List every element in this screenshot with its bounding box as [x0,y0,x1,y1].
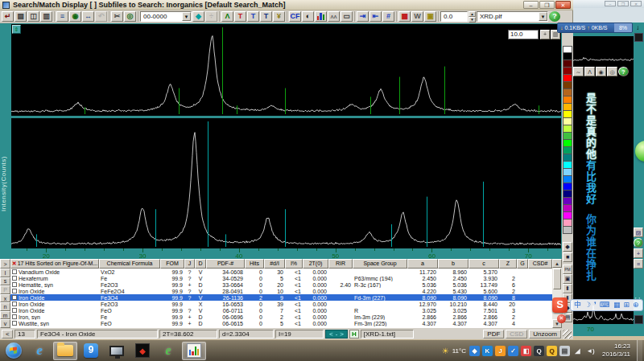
palette-swatch[interactable] [563,176,572,183]
grid-toggle-button[interactable]: # [382,11,394,22]
column-header-16[interactable]: G [517,259,528,269]
palette-swatch[interactable] [563,205,572,212]
undo-button[interactable]: ↶ [95,11,107,22]
background-tool-button-3[interactable]: ◎ [607,67,617,76]
scrollbar-thumb[interactable] [553,269,561,289]
taskbar-explorer-icon[interactable] [53,342,77,360]
marker-diamond-button[interactable]: ◆ [563,242,572,252]
row-checkbox[interactable] [12,302,17,306]
red-blue-app-icon[interactable]: ◧ [521,346,531,356]
palette-swatch[interactable] [563,75,572,82]
black-square-button[interactable] [634,33,643,42]
diamond-marker-button[interactable]: ◆ [192,11,204,22]
column-header-12[interactable]: a [407,259,438,269]
background-tool-button-0[interactable]: ∼ [573,67,584,76]
profile-fit-button[interactable]: ΛΛ [328,11,340,22]
bottom-pattern-chart[interactable] [11,118,561,248]
background-tool-button-2[interactable]: ◉ [596,67,606,76]
pdf-button[interactable]: PDF [483,330,504,338]
edge-button-0[interactable]: ▨ [634,228,643,237]
table-row[interactable]: Iron, synFe99.9+D06-069602<10.000Im-3m (… [10,314,552,320]
edge-button-1[interactable]: ? [634,238,643,248]
cut-threshold-button[interactable]: ✂ [111,11,123,22]
table-row[interactable]: HexaferrumFe99.9?V34-052905<10.000P63/mm… [10,275,552,281]
strip-tool-button-0[interactable]: PM [563,265,572,274]
taskbar-clock[interactable]: 16:23 2016/3/11 [602,343,630,359]
palette-swatch[interactable] [563,125,572,133]
palette-swatch[interactable] [563,162,572,169]
taskbar-jade-icon[interactable] [182,342,206,360]
palette-swatch[interactable] [563,133,572,140]
row-checkbox[interactable] [12,289,17,293]
threshold-input[interactable]: 0.0 [440,11,468,22]
column-header-10[interactable]: RIR [328,259,353,269]
help-button[interactable]: ? [549,11,560,22]
table-side-button->[interactable]: > [0,259,10,269]
table-side-button-v[interactable]: v [0,319,10,328]
background-tool-button-1[interactable]: Λ [584,67,595,76]
palette-swatch[interactable] [563,154,572,162]
transfer-button[interactable]: ↔ [82,11,94,22]
ime-icon-2[interactable]: ❜ [594,300,597,310]
ime-icon-4[interactable]: ▦ [613,300,621,310]
spin-down-icon[interactable]: ▾ [469,17,476,23]
minimize-button[interactable]: – [523,1,539,9]
palette-swatch[interactable] [563,227,572,234]
scroll-down-arrow-icon[interactable]: ↓ [636,24,639,31]
taskbar-360-browser-icon[interactable]: e [156,342,180,360]
strip-tool-button-2[interactable]: ⬍ [563,284,572,293]
back-button[interactable]: < [2,330,13,338]
maximize-button[interactable]: ❐ [539,1,555,9]
table-side-button-x[interactable]: x [0,294,10,303]
threshold-spinner[interactable]: ▴ ▾ [469,11,476,22]
palette-swatch[interactable] [563,219,572,227]
palette-swatch[interactable] [563,89,572,96]
column-header-14[interactable]: c [469,259,499,269]
spin-up-icon[interactable]: ▴ [469,11,476,17]
chevron-down-icon[interactable]: ▼ [539,12,547,21]
align-last-button[interactable]: ⇤ [369,11,382,22]
file-combo[interactable]: XRD.plf ▼ [477,11,548,22]
contrast-button[interactable]: ◐ [302,11,314,22]
column-header-17[interactable]: CSD# [528,259,552,269]
row-checkbox[interactable] [12,308,17,313]
maximize-button[interactable]: ❐ [617,1,629,6]
palette-swatch[interactable] [563,96,572,104]
palette-swatch[interactable] [563,118,572,125]
table-row[interactable]: Iron OxideFe3O499.9?V26-113629<10.000Fd-… [10,294,552,301]
palette-swatch[interactable] [563,46,572,53]
edge-button-2[interactable]: + [634,248,643,258]
palette-swatch[interactable] [563,104,572,111]
palette-swatch[interactable] [563,147,572,154]
taskbar-ie-icon[interactable]: e [27,342,52,360]
column-header-6[interactable]: Hits [245,259,264,269]
csd-button[interactable]: CSD [506,330,527,338]
table-side-button-m[interactable]: m [0,311,10,320]
table-row[interactable]: Iron OxideFeFe2O499.9?V28-0491010<10.000… [10,288,552,294]
divide-button[interactable]: ÷ [205,11,217,22]
print-report-button[interactable]: ▥ [40,11,52,22]
wide-scan-button[interactable]: W [411,11,423,22]
taskbar-sogou-browser-icon[interactable]: 9 [79,342,103,360]
palette-swatch[interactable] [563,198,572,205]
intensity-bars-button[interactable]: ▦ [398,11,411,22]
column-header-15[interactable]: Z [499,259,517,269]
ime-icon-3[interactable]: ⌨ [600,300,610,310]
palette-swatch[interactable] [563,68,572,75]
show-desktop-button[interactable] [637,340,642,361]
row-checkbox[interactable] [12,269,17,274]
table-row[interactable]: Iron OxideFe2O399.9X16-0653039<10.00012.… [10,301,552,307]
table-side-button-n[interactable]: n [0,302,10,311]
status-nav[interactable]: < - > [325,330,348,338]
edge-button-3[interactable]: ≡ [634,259,643,269]
label-red-button[interactable]: T [234,11,246,22]
column-header-0[interactable]: ✕17 Hits Sorted on Figure-Of-M... [10,259,99,269]
row-checkbox[interactable] [12,276,17,281]
currency-button[interactable]: ¥ [273,11,285,22]
title-bar[interactable]: Search/Match Display [ ] Subfiles to Sea… [0,0,573,10]
sogou-logo-icon[interactable]: S [552,297,568,313]
row-checkbox[interactable] [12,282,17,287]
print-button[interactable]: ▤ [14,11,27,22]
histogram-button[interactable] [315,11,327,22]
row-checkbox[interactable] [12,295,17,300]
